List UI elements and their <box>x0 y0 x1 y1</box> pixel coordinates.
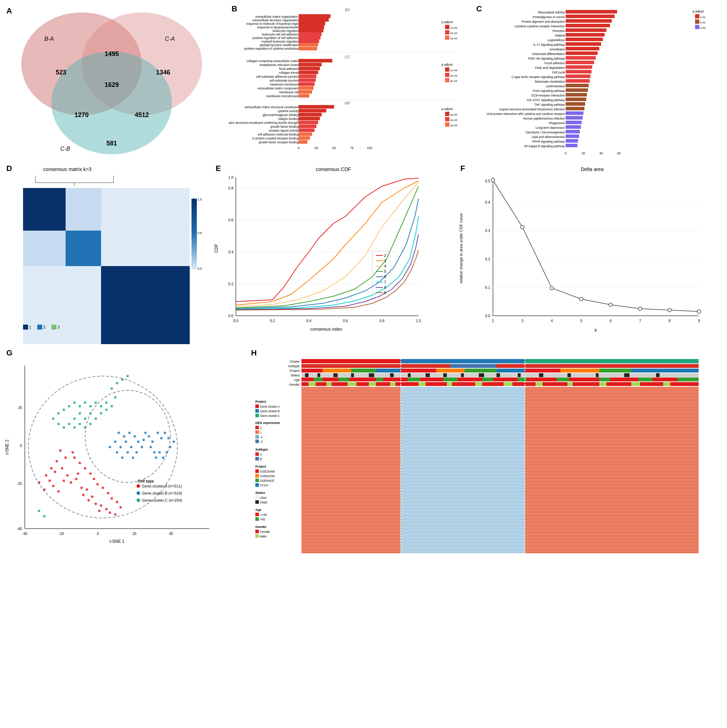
dot-a <box>63 480 65 482</box>
outer-ellipse <box>28 376 177 518</box>
x-10: 1.0 <box>416 319 421 323</box>
cc-bars: collagen-containing extracellular matrix… <box>246 59 332 98</box>
dot-c <box>111 405 113 408</box>
dot-b <box>114 440 117 443</box>
dot-a <box>56 460 58 463</box>
cluster3-block <box>101 266 190 344</box>
venn-diagram: A B-A C-A C-B 523 1495 1346 1629 1270 45… <box>3 3 227 160</box>
dot-a <box>64 457 67 459</box>
g-y--40: -40 <box>17 527 22 531</box>
k-item-13: FoxO signaling pathway <box>533 89 565 93</box>
dot-c <box>79 412 81 415</box>
k-item-26: Pertussis <box>553 29 565 33</box>
h-subtype-a2 <box>496 364 699 368</box>
h-proj-9 <box>525 369 561 373</box>
k-bar-14 <box>566 84 589 87</box>
h-subtype-a <box>301 364 451 368</box>
h-age-g3 <box>376 378 383 381</box>
k-bar-28 <box>566 19 612 23</box>
mf-bar-3 <box>299 132 312 136</box>
c-x-40: 40 <box>599 151 603 155</box>
h-leg-deg-2-label: 2 <box>260 426 262 430</box>
k-item-10: TNF signaling pathway <box>535 103 565 106</box>
l-k5-label: 5 <box>384 269 386 274</box>
dot-b <box>109 446 111 448</box>
k-bar-6 <box>566 121 582 124</box>
h-proj-5 <box>401 369 436 373</box>
dot-a <box>58 490 60 493</box>
c-padj-002 <box>695 20 700 24</box>
k-bar-3 <box>566 135 579 138</box>
h-status-dead10 <box>461 373 464 377</box>
dot-a <box>75 478 78 480</box>
h-age-g1 <box>314 378 323 381</box>
heatmap-panel: H Cluster Subtype Project <box>248 348 720 561</box>
dot-a <box>73 457 76 459</box>
num-cb-only: 581 <box>106 140 117 147</box>
dot-c <box>84 418 87 420</box>
k-item-7: Human papillomavirus infection <box>523 117 565 120</box>
kegg-bars: Rheumatoid arthritis Proteoglycans in ca… <box>487 10 617 148</box>
f-y-0: 0.0 <box>485 314 490 318</box>
dot-a <box>82 494 85 496</box>
k-item-11: JAK-STAT signaling pathway <box>526 98 565 102</box>
k-item-18: Fatty acid degradation <box>535 66 565 70</box>
dot-b <box>155 457 157 459</box>
y-0: 0.0 <box>228 314 233 318</box>
h-gender-m14 <box>663 382 670 386</box>
h-cluster-label: Cluster <box>289 360 300 363</box>
g-legend-b-label: Gene.cluster.B (n=510) <box>142 491 182 495</box>
dot-a <box>77 473 79 475</box>
color-bar-05: 0.5 <box>197 231 202 235</box>
dot-a <box>54 471 57 473</box>
cluster1-block <box>23 188 66 231</box>
l-k3-label: 3 <box>384 258 386 263</box>
dot-b <box>157 432 159 434</box>
x-04: 0.4 <box>306 319 312 323</box>
h-leg-male-label: Male <box>260 535 267 538</box>
num-ba-cb: 1270 <box>75 112 89 118</box>
k9-line <box>236 250 418 310</box>
y-04: 0.4 <box>228 250 233 254</box>
k-bar-27 <box>566 24 610 27</box>
h-age-g5 <box>443 378 457 381</box>
f-y-01: 0.1 <box>485 286 490 289</box>
h-proj-2 <box>323 369 351 373</box>
bp-bar-3 <box>299 40 319 43</box>
dot-c <box>95 418 97 420</box>
f-x-2: 2 <box>492 319 494 323</box>
x-00: 0.0 <box>233 319 238 323</box>
heatmap-c3 <box>525 387 699 554</box>
pt-k4 <box>550 286 554 290</box>
k-item-3: Lipid and atherosclerosis <box>532 135 565 139</box>
h-leg-project: Project <box>255 400 266 404</box>
c-padj-001 <box>695 14 700 18</box>
f-y-02: 0.2 <box>485 257 490 261</box>
k8-line <box>236 234 418 310</box>
k-bar-10 <box>566 102 585 106</box>
k-item-12: ECM-receptor interaction <box>532 94 565 97</box>
mf-item-1: growth factor receptor binding <box>259 141 299 144</box>
g-legend-b <box>136 491 140 495</box>
h-status-dead1 <box>305 373 309 377</box>
dot-c <box>38 510 40 512</box>
k-item-6: Phagosome <box>549 121 565 125</box>
g-x-40: 40 <box>169 532 173 536</box>
dot-c <box>121 379 124 381</box>
dot-c <box>79 423 81 425</box>
h-cluster-a <box>301 359 401 363</box>
k-bar-21 <box>566 52 597 55</box>
dot-c <box>105 402 108 404</box>
panel-d-label: D <box>6 164 12 173</box>
h-leg-age-young-label: <=65 <box>260 513 267 517</box>
h-leg-gender: Gender <box>255 525 267 529</box>
dot-a <box>61 467 64 470</box>
pt-k5 <box>579 297 583 301</box>
h-leg-age-young <box>255 512 259 516</box>
padj-3e4 <box>445 35 449 40</box>
padj-2e4-label: 2e-04 <box>450 32 457 35</box>
k-bar-20 <box>566 56 596 60</box>
dot-c <box>63 409 65 411</box>
k-item-27: Cytokine-cytokine receptor interaction <box>515 24 565 28</box>
f-x-9: 9 <box>698 319 700 323</box>
